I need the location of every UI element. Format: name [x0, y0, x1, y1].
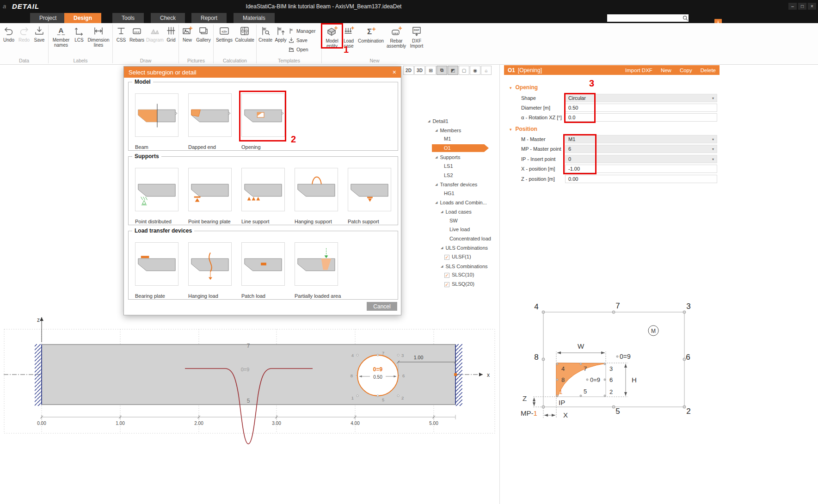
tree-item-sw[interactable]: SW [425, 216, 500, 226]
member-names-button[interactable]: A Member names [49, 24, 73, 48]
css-button[interactable]: CSS [114, 24, 129, 43]
calculate-button[interactable]: Calculate [234, 24, 255, 43]
dxf-import-button[interactable]: DXF DXF Import [407, 24, 426, 49]
template-bearing-plate[interactable]: Bearing plate [135, 242, 178, 299]
tree-item-members[interactable]: ◢Members [425, 126, 500, 135]
tab-check[interactable]: Check [151, 13, 185, 23]
template-hanging-support[interactable]: Hanging support [295, 168, 338, 224]
view-wireframe-button[interactable]: ▢ [459, 66, 469, 75]
import-dxf-button[interactable]: Import DXF [625, 68, 652, 73]
rotation-input[interactable]: 0.0 [565, 113, 717, 122]
dialog-close-icon[interactable]: × [393, 68, 396, 76]
cancel-button[interactable]: Cancel [367, 302, 397, 311]
rebars-button[interactable]: Rebars [129, 24, 145, 43]
tree-item-sls-combinations[interactable]: ◢SLS Combinations [425, 262, 500, 271]
tree-item-transfer-devices[interactable]: ◢Transfer devices [425, 180, 500, 189]
tab-materials[interactable]: Materials [234, 13, 275, 23]
tab-report[interactable]: Report [191, 13, 227, 23]
detail-preview-canvas[interactable]: 4 7 3 8 6 5 2 M 4 7 3 8 0=9 6 1 5 2 [504, 296, 818, 504]
undo-button[interactable]: Undo [1, 24, 17, 43]
combination-button[interactable]: Σ Combination [356, 24, 386, 43]
template-apply-button[interactable]: Apply [273, 24, 288, 43]
tab-project[interactable]: Project [30, 13, 66, 23]
checkbox-checked-icon[interactable]: ✓ [444, 273, 449, 278]
tree-item-concentrated-load[interactable]: Concentrated load [425, 234, 500, 244]
template-line-support[interactable]: Line support [241, 168, 285, 224]
settings-button[interactable]: </> Settings [215, 24, 234, 43]
template-patch-load[interactable]: Patch load [241, 242, 285, 299]
expander-icon[interactable]: ◢ [441, 264, 443, 268]
picture-new-button[interactable]: New [180, 24, 195, 43]
tree-item-slsq20[interactable]: ✓SLSQ(20) [425, 280, 500, 289]
rebar-assembly-button[interactable]: Rebar assembly [386, 24, 407, 49]
template-beam[interactable]: Beam [135, 93, 178, 150]
tree-item-live-load[interactable]: Live load [425, 225, 500, 234]
checkbox-checked-icon[interactable]: ✓ [444, 282, 449, 287]
view-2d-button[interactable]: 2D [403, 66, 414, 75]
tree-item-load-cases[interactable]: ◢Load cases [425, 207, 500, 216]
tree-item-m1[interactable]: M1 [425, 135, 500, 144]
delete-button[interactable]: Delete [701, 68, 716, 73]
z-position-input[interactable]: 0.00 [565, 175, 717, 183]
template-point-distributed[interactable]: Point distributed [135, 168, 178, 224]
dialog-title-bar[interactable]: Select subregion or detail × [124, 67, 401, 78]
copy-button[interactable]: Copy [680, 68, 692, 73]
x-position-input[interactable]: -1.00 [565, 165, 717, 173]
master-dropdown[interactable]: M1▾ [565, 135, 717, 143]
view-3d-button[interactable]: 3D [414, 66, 425, 75]
view-target-button[interactable]: ◉ [470, 66, 480, 75]
checkbox-checked-icon[interactable]: ✓ [444, 255, 449, 260]
lcs-button[interactable]: LCS [73, 24, 86, 43]
save-button[interactable]: Save [31, 24, 47, 43]
tree-item-detail1[interactable]: ◢Detail1 [425, 117, 500, 126]
expander-icon[interactable]: ◢ [428, 119, 430, 123]
tree-item-slsc10[interactable]: ✓SLSC(10) [425, 270, 500, 280]
master-point-dropdown[interactable]: 6▾ [565, 145, 717, 153]
tree-item-o1-selected[interactable]: O1 [425, 144, 500, 153]
view-home-button[interactable]: ⌂ [481, 66, 492, 75]
template-hanging-load[interactable]: Hanging load [188, 242, 232, 299]
tree-item-ls1[interactable]: LS1 [425, 162, 500, 171]
expander-icon[interactable]: ◢ [435, 155, 437, 159]
diameter-input[interactable]: 0.50 [565, 104, 717, 112]
template-create-button[interactable]: Create [258, 24, 273, 43]
template-dapped-end[interactable]: Dapped end [188, 93, 232, 150]
tab-design[interactable]: Design [64, 13, 101, 23]
dimension-lines-button[interactable]: Dimension lines [86, 24, 111, 48]
template-point-bearing-plate[interactable]: Point bearing plate [188, 168, 232, 224]
maximize-button[interactable]: □ [798, 3, 806, 10]
new-button[interactable]: New [661, 68, 671, 73]
view-grid-numbers-button[interactable]: ⊞ [425, 66, 436, 75]
tree-item-uls-combinations[interactable]: ◢ULS Combinations [425, 243, 500, 252]
template-partially-loaded-area[interactable]: Partially loaded area [295, 242, 338, 299]
template-patch-support[interactable]: Patch support [348, 168, 391, 224]
template-opening[interactable]: Opening 2 [241, 93, 285, 150]
insert-point-dropdown[interactable]: 0▾ [565, 155, 717, 163]
search-input[interactable] [607, 15, 682, 21]
section-position[interactable]: ▾Position [510, 126, 537, 132]
template-save-button[interactable]: Save [288, 36, 320, 45]
tree-item-ls2[interactable]: LS2 [425, 171, 500, 180]
shape-dropdown[interactable]: Circular▾ [565, 94, 717, 102]
expander-icon[interactable]: ◢ [441, 210, 443, 213]
expander-icon[interactable]: ◢ [441, 246, 443, 249]
view-solid-button[interactable]: ◩ [448, 66, 458, 75]
template-open-button[interactable]: Open [288, 45, 320, 54]
template-manager-button[interactable]: Manager [288, 26, 320, 36]
gallery-button[interactable]: Gallery [195, 24, 212, 43]
tab-tools[interactable]: Tools [112, 13, 144, 23]
model-entity-button[interactable]: Model entity 1 [323, 24, 341, 49]
tree-item-supports[interactable]: ◢Supports [425, 153, 500, 162]
minimize-button[interactable]: – [788, 3, 797, 10]
view-layers-button[interactable]: ⧉ [437, 66, 447, 75]
tree-item-loads-and-combinations[interactable]: ◢Loads and Combin... [425, 198, 500, 207]
expander-icon[interactable]: ◢ [435, 201, 437, 204]
model-canvas[interactable]: z x 7 0=9 5 0=9 0.50 [0, 296, 499, 504]
grid-button[interactable]: Grid [165, 24, 178, 43]
close-button[interactable]: × [808, 3, 816, 10]
section-opening[interactable]: ▾Opening [510, 84, 538, 91]
tree-item-hg1[interactable]: HG1 [425, 189, 500, 198]
expander-icon[interactable]: ◢ [435, 129, 437, 132]
expander-icon[interactable]: ◢ [435, 183, 437, 186]
tree-item-ulsf1[interactable]: ✓ULSF(1) [425, 252, 500, 262]
